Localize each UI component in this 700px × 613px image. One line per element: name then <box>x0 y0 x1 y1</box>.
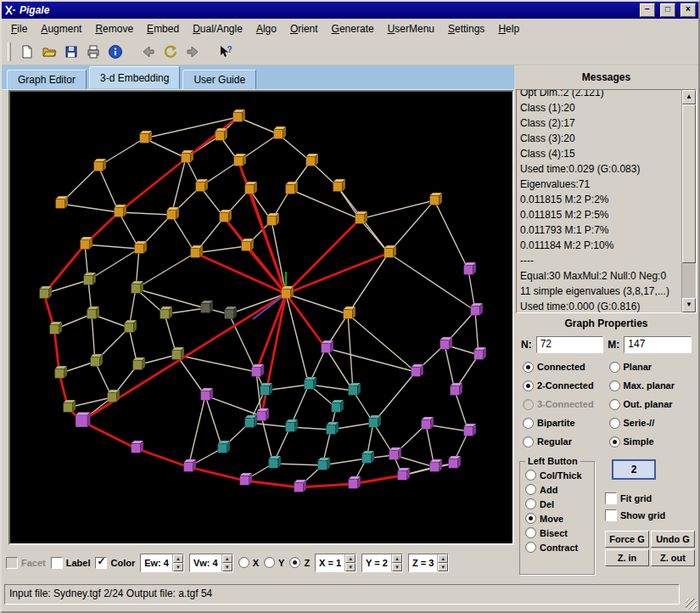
tab-3-d-embedding[interactable]: 3-d Embedding <box>89 66 180 89</box>
graph-node[interactable] <box>64 400 76 413</box>
n-field[interactable]: 72 <box>536 336 604 353</box>
graph-node[interactable] <box>184 459 197 472</box>
graph-node[interactable] <box>140 131 153 143</box>
graph-node[interactable] <box>440 337 453 350</box>
scroll-up-button[interactable]: ▲ <box>682 90 696 104</box>
graph-drawing[interactable] <box>10 92 512 543</box>
scrollbar-track[interactable] <box>682 104 696 298</box>
spin-down-icon[interactable]: ▼ <box>392 563 402 571</box>
spin-down-icon[interactable]: ▼ <box>438 563 448 571</box>
force-g-button[interactable]: Force G <box>605 531 649 548</box>
facet-checkbox[interactable]: Facet <box>6 557 46 569</box>
menu-generate[interactable]: Generate <box>325 21 381 37</box>
prop-connected[interactable]: Connected <box>523 362 609 373</box>
mode-del[interactable]: Del <box>525 498 591 509</box>
graph-node[interactable] <box>356 211 368 224</box>
prop-out-planar[interactable]: Out. planar <box>609 399 696 410</box>
save-button[interactable] <box>60 41 81 62</box>
menu-usermenu[interactable]: UserMenu <box>381 21 441 37</box>
menu-dual-angle[interactable]: Dual/Angle <box>186 21 249 37</box>
spin-up-icon[interactable]: ▲ <box>173 554 183 563</box>
tab-user-guide[interactable]: User Guide <box>182 70 256 89</box>
graph-node[interactable] <box>384 245 397 258</box>
graph-node[interactable] <box>182 150 194 163</box>
zoom-in-button[interactable]: Z. in <box>605 549 649 566</box>
graph-node[interactable] <box>430 459 443 472</box>
graph-node[interactable] <box>55 366 68 379</box>
open-file-button[interactable] <box>38 41 59 62</box>
graph-node[interactable] <box>91 354 104 367</box>
vertex-width-spinner[interactable]: Vw: 4 ▲▼ <box>189 554 233 572</box>
graph-node[interactable] <box>201 388 214 401</box>
graph-node[interactable] <box>133 357 146 370</box>
tab-graph-editor[interactable]: Graph Editor <box>7 70 87 89</box>
graph-node[interactable] <box>125 320 137 333</box>
graph-node[interactable] <box>267 213 280 226</box>
menu-help[interactable]: Help <box>491 21 526 37</box>
graph-node[interactable] <box>108 390 120 402</box>
reload-button[interactable] <box>160 41 181 62</box>
graph-node[interactable] <box>56 196 69 209</box>
title-bar[interactable]: Pigale − □ × <box>2 2 698 19</box>
x-coord-spinner[interactable]: X = 1 ▲▼ <box>315 554 356 572</box>
graph-node[interactable] <box>50 322 63 335</box>
graph-node[interactable] <box>233 110 246 122</box>
graph-node[interactable] <box>167 207 180 220</box>
graph-node[interactable] <box>449 456 462 469</box>
graph-node[interactable] <box>333 179 346 192</box>
menu-remove[interactable]: Remove <box>88 21 140 37</box>
graph-node[interactable] <box>81 237 93 250</box>
prop-2-connected[interactable]: 2-Connected <box>523 380 609 391</box>
graph-node[interactable] <box>216 128 228 141</box>
graph-node[interactable] <box>160 306 173 319</box>
spin-up-icon[interactable]: ▲ <box>392 554 402 563</box>
graph-node[interactable] <box>474 347 487 360</box>
graph-node[interactable] <box>234 154 247 166</box>
close-button[interactable]: × <box>680 3 696 17</box>
label-checkbox[interactable]: Label <box>51 557 91 569</box>
axis-y-radio[interactable]: Y <box>264 557 284 568</box>
prop-max-planar[interactable]: Max. planar <box>609 380 696 391</box>
graph-node[interactable] <box>286 182 299 194</box>
maximize-button[interactable]: □ <box>660 3 675 17</box>
prop-3-connected[interactable]: 3-Connected <box>523 399 609 410</box>
menu-augment[interactable]: Augment <box>34 21 88 37</box>
graph-node[interactable] <box>389 447 402 460</box>
graph-node[interactable] <box>294 480 307 492</box>
graph-node[interactable] <box>132 281 144 294</box>
whats-this-button[interactable]: ? <box>215 41 236 62</box>
menu-settings[interactable]: Settings <box>441 21 491 37</box>
scrollbar-thumb[interactable] <box>682 104 696 263</box>
graph-node[interactable] <box>269 456 282 469</box>
graph-node[interactable] <box>369 415 382 428</box>
spin-down-icon[interactable]: ▼ <box>345 563 356 571</box>
graph-node[interactable] <box>76 413 91 428</box>
graph-node[interactable] <box>196 179 209 192</box>
toolbar-handle[interactable] <box>8 42 11 61</box>
spin-down-icon[interactable]: ▼ <box>173 563 183 571</box>
graph-node[interactable] <box>464 262 477 275</box>
resize-grip[interactable] <box>686 599 697 610</box>
graph-node[interactable] <box>282 286 294 299</box>
mode-col-thick[interactable]: Col/Thick <box>525 470 591 481</box>
graph-node[interactable] <box>240 473 253 486</box>
color-checkbox[interactable]: Color <box>95 557 135 569</box>
graph-node[interactable] <box>327 422 339 435</box>
minimize-button[interactable]: − <box>640 3 655 17</box>
mode-move[interactable]: Move <box>525 513 591 524</box>
forward-button[interactable] <box>182 41 203 62</box>
menu-embed[interactable]: Embed <box>140 21 186 37</box>
graph-node[interactable] <box>94 159 107 172</box>
prop-regular[interactable]: Regular <box>523 436 609 447</box>
zoom-out-button[interactable]: Z. out <box>651 549 695 566</box>
spin-up-icon[interactable]: ▲ <box>222 554 232 563</box>
back-button[interactable] <box>137 41 159 62</box>
menu-orient[interactable]: Orient <box>283 21 325 37</box>
graph-node[interactable] <box>225 306 238 319</box>
graph-node[interactable] <box>135 241 148 254</box>
graph-node[interactable] <box>242 239 255 251</box>
graph-node[interactable] <box>220 210 232 222</box>
graph-node[interactable] <box>322 340 334 353</box>
spin-down-icon[interactable]: ▼ <box>222 563 232 571</box>
info-button[interactable] <box>104 41 126 62</box>
